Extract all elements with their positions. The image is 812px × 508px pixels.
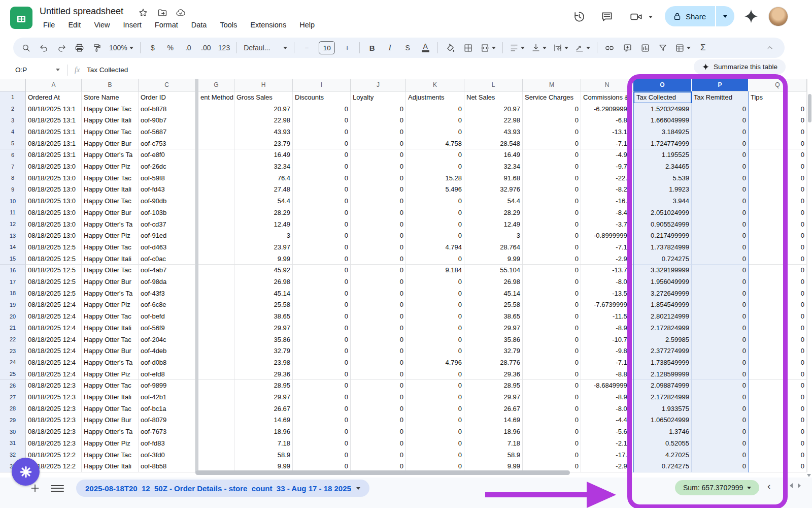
- cell-M10[interactable]: 0: [523, 195, 581, 207]
- column-header-I[interactable]: I: [293, 79, 351, 91]
- cell-M4[interactable]: 0: [523, 126, 581, 138]
- bold-button[interactable]: B: [366, 41, 378, 55]
- cell-I3[interactable]: 0: [293, 114, 351, 126]
- cell-M26[interactable]: 0: [523, 380, 581, 392]
- cell-I19[interactable]: 0: [293, 299, 351, 311]
- cell-G20[interactable]: [198, 310, 234, 323]
- cell-G12[interactable]: [198, 218, 234, 231]
- cell-P30[interactable]: 0: [692, 426, 749, 438]
- cell-J25[interactable]: 0: [351, 368, 406, 380]
- cell-Q28[interactable]: 0: [749, 403, 807, 415]
- cell-A7[interactable]: 08/18/2025 13:0: [26, 161, 82, 173]
- cell-G1[interactable]: ent Method: [198, 91, 234, 104]
- cell-A6[interactable]: 08/18/2025 13:1: [26, 149, 82, 162]
- cell-N12[interactable]: -3.74: [581, 218, 633, 231]
- cell-O11[interactable]: 2.051024999: [633, 207, 692, 219]
- cell-C30[interactable]: oof-7673: [139, 426, 195, 438]
- row-header-21[interactable]: 21: [0, 322, 26, 334]
- row-header-2[interactable]: 2: [0, 103, 26, 115]
- cell-A21[interactable]: 08/18/2025 12:4: [26, 322, 82, 334]
- cell-G30[interactable]: [198, 426, 234, 438]
- cell-L14[interactable]: 28.764: [464, 241, 523, 253]
- cell-O30[interactable]: 1.3746: [633, 426, 692, 438]
- cell-A30[interactable]: 08/18/2025 12:3: [26, 426, 82, 438]
- cell-P5[interactable]: 0: [692, 138, 749, 150]
- cell-B27[interactable]: Happy Otter Itali: [82, 391, 139, 403]
- cell-B20[interactable]: Happy Otter Tac: [82, 310, 139, 323]
- cell-K31[interactable]: 0: [406, 437, 464, 450]
- cell-J3[interactable]: 0: [351, 114, 406, 126]
- cell-H15[interactable]: 9.99: [234, 253, 293, 265]
- cell-O32[interactable]: 4.27025: [633, 449, 692, 461]
- cell-I25[interactable]: 0: [293, 368, 351, 380]
- move-folder-icon[interactable]: [157, 8, 167, 18]
- undo-icon[interactable]: [38, 41, 49, 55]
- cell-L11[interactable]: 28.29: [464, 207, 523, 219]
- menu-data[interactable]: Data: [187, 19, 212, 30]
- cell-B23[interactable]: Happy Otter Bur: [82, 345, 139, 357]
- cell-A2[interactable]: 08/18/2025 13:1: [26, 103, 82, 115]
- cell-A15[interactable]: 08/18/2025 12:5: [26, 253, 82, 265]
- cell-A20[interactable]: 08/18/2025 12:4: [26, 310, 82, 323]
- row-header-23[interactable]: 23: [0, 345, 26, 357]
- cell-N27[interactable]: -8.99: [581, 391, 633, 403]
- cell-O22[interactable]: 2.59985: [633, 334, 692, 346]
- cell-Q23[interactable]: 0: [749, 345, 807, 357]
- cell-O13[interactable]: 0.217499999: [633, 230, 692, 242]
- cell-J11[interactable]: 0: [351, 207, 406, 219]
- cell-K9[interactable]: 5.496: [406, 184, 464, 196]
- horizontal-scrollbar-thumb[interactable]: [195, 470, 570, 475]
- formula-bar-value[interactable]: Tax Collected: [87, 66, 128, 74]
- cell-N31[interactable]: -2.15: [581, 437, 633, 450]
- cell-I7[interactable]: 0: [293, 161, 351, 173]
- cell-B15[interactable]: Happy Otter Itali: [82, 253, 139, 265]
- cell-L15[interactable]: 9.99: [464, 253, 523, 265]
- cell-G28[interactable]: [198, 403, 234, 415]
- cell-N4[interactable]: -13.17: [581, 126, 633, 138]
- cell-B25[interactable]: Happy Otter Piz: [82, 368, 139, 380]
- cell-K29[interactable]: 0: [406, 415, 464, 427]
- cell-N9[interactable]: -8.24: [581, 184, 633, 196]
- cell-H8[interactable]: 76.4: [234, 172, 293, 184]
- cell-B28[interactable]: Happy Otter Tac: [82, 403, 139, 415]
- cell-O16[interactable]: 3.329199999: [633, 265, 692, 277]
- cell-Q7[interactable]: 0: [749, 161, 807, 173]
- cell-A18[interactable]: 08/18/2025 12:5: [26, 288, 82, 300]
- row-header-31[interactable]: 31: [0, 437, 26, 450]
- cell-M30[interactable]: 0: [523, 426, 581, 438]
- increase-font-size-button[interactable]: +: [342, 41, 353, 55]
- cell-K13[interactable]: 0: [406, 230, 464, 242]
- insert-link-icon[interactable]: [604, 41, 615, 55]
- cell-P11[interactable]: 0: [692, 207, 749, 219]
- decrease-font-size-button[interactable]: −: [301, 41, 312, 55]
- cell-C5[interactable]: oof-c753: [139, 138, 195, 150]
- cell-B17[interactable]: Happy Otter Bur: [82, 276, 139, 288]
- cell-G17[interactable]: [198, 276, 234, 288]
- cell-C20[interactable]: oof-befd: [139, 310, 195, 323]
- cell-Q26[interactable]: 0: [749, 380, 807, 392]
- cell-M24[interactable]: 0: [523, 357, 581, 369]
- cell-P16[interactable]: 0: [692, 265, 749, 277]
- cell-J5[interactable]: 0: [351, 138, 406, 150]
- sheets-logo-icon[interactable]: [10, 7, 32, 29]
- cell-C12[interactable]: oof-cd37: [139, 218, 195, 231]
- cell-P23[interactable]: 0: [692, 345, 749, 357]
- cell-B12[interactable]: Happy Otter's Ta: [82, 218, 139, 231]
- cell-B16[interactable]: Happy Otter Tac: [82, 265, 139, 277]
- cell-I24[interactable]: 0: [293, 357, 351, 369]
- cell-C22[interactable]: oof-204c: [139, 334, 195, 346]
- cell-O6[interactable]: 1.195525: [633, 149, 692, 162]
- cell-J6[interactable]: 0: [351, 149, 406, 162]
- cell-K8[interactable]: 15.28: [406, 172, 464, 184]
- cell-H20[interactable]: 38.65: [234, 310, 293, 323]
- cell-O8[interactable]: 5.539: [633, 172, 692, 184]
- cell-O14[interactable]: 1.737824999: [633, 241, 692, 253]
- cell-A19[interactable]: 08/18/2025 12:4: [26, 299, 82, 311]
- cell-L6[interactable]: 16.49: [464, 149, 523, 162]
- cell-H3[interactable]: 22.98: [234, 114, 293, 126]
- cell-G27[interactable]: [198, 391, 234, 403]
- cell-K7[interactable]: 0: [406, 161, 464, 173]
- cell-Q32[interactable]: 0: [749, 449, 807, 461]
- cell-L21[interactable]: 29.97: [464, 322, 523, 334]
- share-dropdown[interactable]: [716, 6, 734, 26]
